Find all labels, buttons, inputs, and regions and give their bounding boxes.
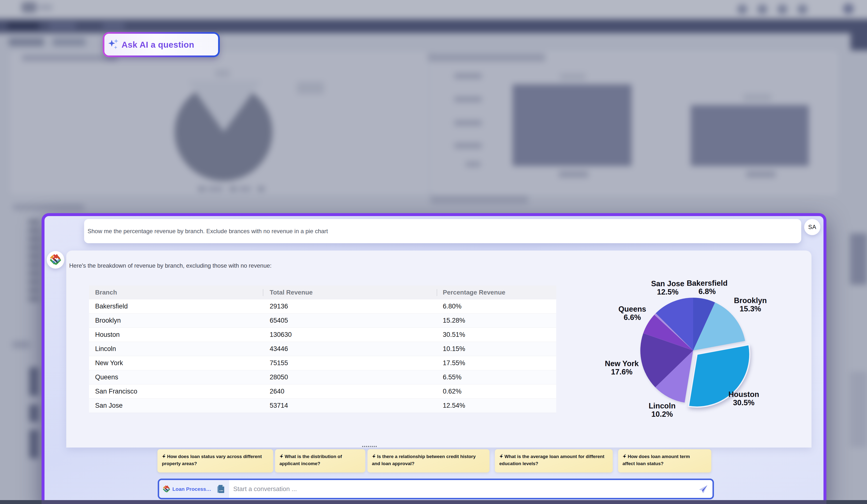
- svg-text:CSV: CSV: [219, 490, 223, 492]
